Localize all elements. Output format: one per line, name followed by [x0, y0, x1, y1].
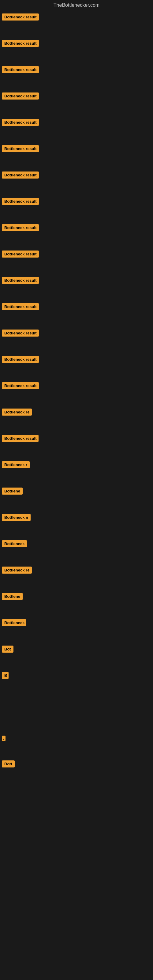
list-item: Bottleneck	[0, 538, 153, 562]
list-item: Bottleneck result	[0, 274, 153, 298]
bottleneck-result-badge[interactable]: B	[2, 672, 9, 679]
bottleneck-result-badge[interactable]: Bottlene	[2, 593, 22, 600]
list-item: Bottleneck result	[0, 169, 153, 193]
list-item: Bottleneck result	[0, 248, 153, 272]
bottleneck-result-badge[interactable]: Bottleneck result	[2, 277, 39, 284]
bottleneck-result-badge[interactable]: Bot	[2, 646, 13, 652]
list-item: Bottleneck n	[0, 511, 153, 535]
list-item: B	[0, 670, 153, 700]
list-item: Bottleneck	[0, 617, 153, 641]
list-item: Bottleneck result	[0, 64, 153, 88]
bottleneck-result-badge[interactable]: Bottleneck re	[2, 409, 32, 415]
bottleneck-result-badge[interactable]: Bottleneck result	[2, 224, 39, 231]
site-title: TheBottlenecker.com	[0, 0, 153, 10]
bottleneck-result-badge[interactable]: Bottleneck re	[2, 566, 32, 574]
bottleneck-result-badge[interactable]: :	[2, 736, 5, 741]
list-item: Bottleneck result	[0, 222, 153, 246]
bottleneck-result-badge[interactable]: Bottleneck r	[2, 461, 30, 468]
bottleneck-result-badge[interactable]: Bottleneck result	[2, 329, 39, 337]
bottleneck-list: Bottleneck result Bottleneck result Bott…	[0, 10, 153, 832]
bottleneck-result-badge[interactable]: Bottleneck	[2, 619, 26, 626]
list-item: Bottleneck re	[0, 564, 153, 588]
list-item: Bottlene	[0, 590, 153, 614]
bottleneck-result-badge[interactable]: Bottleneck result	[2, 435, 38, 442]
list-item: Bottleneck result	[0, 90, 153, 114]
list-item: Bottleneck result	[0, 143, 153, 167]
bottleneck-result-badge[interactable]: Bottleneck result	[2, 198, 39, 205]
list-item: Bottlene	[0, 485, 153, 509]
list-item: Bot	[0, 643, 153, 667]
bottleneck-result-badge[interactable]: Bottleneck n	[2, 514, 30, 521]
bottleneck-result-badge[interactable]: Bottleneck result	[2, 40, 39, 47]
bottleneck-result-badge[interactable]: Bottleneck	[2, 540, 27, 547]
list-item: Bottleneck result	[0, 380, 153, 404]
bottleneck-result-badge[interactable]: Bottleneck result	[2, 382, 39, 389]
list-item: Bottleneck result	[0, 37, 153, 61]
list-item: Bott	[0, 758, 153, 832]
list-item: Bottleneck result	[0, 353, 153, 377]
list-item: Bottleneck result	[0, 433, 153, 456]
bottleneck-result-badge[interactable]: Bott	[2, 760, 15, 767]
list-item: Bottleneck result	[0, 196, 153, 219]
list-item: Bottleneck result	[0, 11, 153, 35]
bottleneck-result-badge[interactable]: Bottleneck result	[2, 13, 39, 21]
list-item	[0, 702, 153, 731]
bottleneck-result-badge[interactable]: Bottleneck result	[2, 119, 39, 126]
list-item: Bottleneck result	[0, 301, 153, 325]
bottleneck-result-badge[interactable]: Bottlene	[2, 488, 22, 495]
list-item: :	[0, 733, 153, 756]
bottleneck-result-badge[interactable]: Bottleneck result	[2, 356, 39, 363]
list-item: Bottleneck result	[0, 116, 153, 140]
bottleneck-result-badge[interactable]: Bottleneck result	[2, 172, 39, 178]
list-item: Bottleneck re	[0, 406, 153, 430]
bottleneck-result-badge[interactable]: Bottleneck result	[2, 145, 39, 152]
list-item: Bottleneck r	[0, 459, 153, 483]
bottleneck-result-badge[interactable]: Bottleneck result	[2, 250, 39, 258]
bottleneck-result-badge[interactable]: Bottleneck result	[2, 92, 39, 100]
list-item: Bottleneck result	[0, 327, 153, 351]
bottleneck-result-badge[interactable]: Bottleneck result	[2, 66, 39, 73]
bottleneck-result-badge[interactable]: Bottleneck result	[2, 303, 39, 310]
page-wrapper: TheBottlenecker.com Bottleneck result Bo…	[0, 0, 153, 832]
